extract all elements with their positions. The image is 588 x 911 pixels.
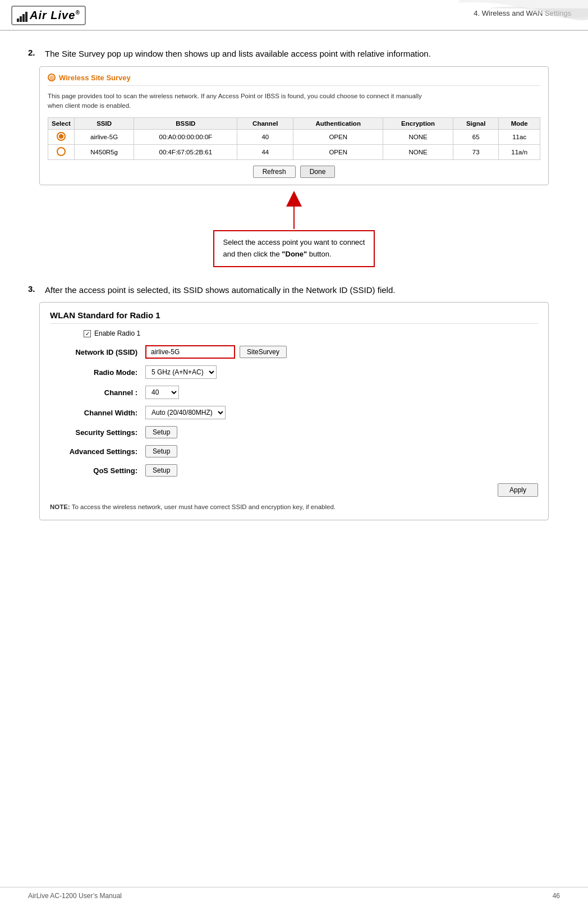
popup-buttons: Refresh Done xyxy=(48,166,540,178)
network-id-value: SiteSurvey xyxy=(145,345,287,359)
apply-row: Apply xyxy=(50,483,538,497)
row1-bssid: 00:A0:00:00:00:0F xyxy=(134,130,237,145)
qos-label: QoS Setting: xyxy=(50,466,145,475)
channel-width-value: Auto (20/40/80MHZ) xyxy=(145,406,226,419)
row1-mode: 11ac xyxy=(499,130,540,145)
wlan-form-container: WLAN Standard for Radio 1 ✓ Enable Radio… xyxy=(39,302,549,520)
popup-title: ◎ Wireless Site Survey xyxy=(48,74,540,86)
refresh-button[interactable]: Refresh xyxy=(253,166,296,178)
row2-enc: NONE xyxy=(383,145,453,160)
radio-mode-row: Radio Mode: 5 GHz (A+N+AC) xyxy=(50,365,538,379)
row1-signal: 65 xyxy=(453,130,499,145)
step3-block: 3. After the access point is selected, i… xyxy=(28,284,560,521)
channel-value: 40 xyxy=(145,386,179,399)
table-row: N450R5g 00:4F:67:05:2B:61 44 OPEN NONE 7… xyxy=(48,145,540,160)
arrow-line xyxy=(293,207,295,229)
row1-auth: OPEN xyxy=(293,130,383,145)
table-row: airlive-5G 00:A0:00:00:00:0F 40 OPEN NON… xyxy=(48,130,540,145)
row1-select[interactable] xyxy=(48,130,75,145)
wireless-site-survey-popup: ◎ Wireless Site Survey This page provide… xyxy=(39,66,549,186)
step3-text: After the access point is selected, its … xyxy=(45,284,395,297)
advanced-setup-button[interactable]: Setup xyxy=(145,445,177,457)
logo-area: Air Live® xyxy=(11,6,86,25)
col-auth: Authentication xyxy=(293,118,383,130)
done-button[interactable]: Done xyxy=(300,166,336,178)
row2-channel: 44 xyxy=(237,145,293,160)
advanced-settings-row: Advanced Settings: Setup xyxy=(50,445,538,457)
col-bssid: BSSID xyxy=(134,118,237,130)
annotation-line1: Select the access point you want to conn… xyxy=(223,238,365,246)
row1-channel: 40 xyxy=(237,130,293,145)
ssid-input[interactable] xyxy=(145,345,235,359)
logo-box: Air Live® xyxy=(11,6,86,25)
radio-mode-value: 5 GHz (A+N+AC) xyxy=(145,365,217,379)
step2-block: 2. The Site Survey pop up window then sh… xyxy=(28,48,560,267)
channel-label: Channel : xyxy=(50,388,145,397)
step2-line: 2. The Site Survey pop up window then sh… xyxy=(28,48,560,61)
footer-left: AirLive AC-1200 User’s Manual xyxy=(28,892,122,900)
security-settings-label: Security Settings: xyxy=(50,428,145,437)
enable-radio-row: ✓ Enable Radio 1 xyxy=(50,329,538,337)
row2-auth: OPEN xyxy=(293,145,383,160)
network-id-label: Network ID (SSID) xyxy=(50,348,145,356)
logo-text: Air Live® xyxy=(30,9,80,22)
step3-line: 3. After the access point is selected, i… xyxy=(28,284,560,297)
channel-width-label: Channel Width: xyxy=(50,409,145,417)
main-content: 2. The Site Survey pop up window then sh… xyxy=(0,31,588,548)
col-enc: Encryption xyxy=(383,118,453,130)
channel-width-row: Channel Width: Auto (20/40/80MHZ) xyxy=(50,406,538,419)
annotation-arrow xyxy=(286,191,302,229)
radio-selected[interactable] xyxy=(57,132,66,141)
apply-button[interactable]: Apply xyxy=(498,483,538,497)
qos-value: Setup xyxy=(145,464,177,477)
site-survey-button[interactable]: SiteSurvey xyxy=(240,346,287,358)
security-setup-button[interactable]: Setup xyxy=(145,426,177,438)
col-ssid: SSID xyxy=(74,118,134,130)
step2-number: 2. xyxy=(28,48,45,57)
page-footer: AirLive AC-1200 User’s Manual 46 xyxy=(0,887,588,900)
enable-radio-label: Enable Radio 1 xyxy=(94,329,140,337)
note-text: NOTE: To access the wireless network, us… xyxy=(50,502,538,512)
security-settings-row: Security Settings: Setup xyxy=(50,426,538,438)
annotation-line2: and then click the "Done" button. xyxy=(223,250,332,258)
advanced-settings-value: Setup xyxy=(145,445,177,457)
radio-mode-select[interactable]: 5 GHz (A+N+AC) xyxy=(145,365,217,379)
row1-ssid: airlive-5G xyxy=(74,130,134,145)
qos-setup-button[interactable]: Setup xyxy=(145,464,177,477)
col-signal: Signal xyxy=(453,118,499,130)
row2-ssid: N450R5g xyxy=(74,145,134,160)
row2-select[interactable] xyxy=(48,145,75,160)
annotation-tooltip: Select the access point you want to conn… xyxy=(213,230,375,267)
radio-mode-label: Radio Mode: xyxy=(50,368,145,377)
wlan-title: WLAN Standard for Radio 1 xyxy=(50,310,538,324)
page-header: Air Live® 4. Wireless and WAN Settings xyxy=(0,0,588,31)
channel-select[interactable]: 40 xyxy=(145,386,179,399)
popup-description: This page provides tool to scan the wire… xyxy=(48,91,540,111)
row2-mode: 11a/n xyxy=(499,145,540,160)
channel-row: Channel : 40 xyxy=(50,386,538,399)
footer-page-number: 46 xyxy=(553,892,560,900)
row2-signal: 73 xyxy=(453,145,499,160)
security-settings-value: Setup xyxy=(145,426,177,438)
advanced-settings-label: Advanced Settings: xyxy=(50,447,145,456)
radio-unselected[interactable] xyxy=(57,147,66,156)
header-decoration xyxy=(375,0,588,36)
survey-table: Select SSID BSSID Channel Authentication… xyxy=(48,117,540,160)
col-select: Select xyxy=(48,118,75,130)
network-id-row: Network ID (SSID) SiteSurvey xyxy=(50,345,538,359)
col-channel: Channel xyxy=(237,118,293,130)
step3-number: 3. xyxy=(28,284,45,294)
channel-width-select[interactable]: Auto (20/40/80MHZ) xyxy=(145,406,226,419)
row2-bssid: 00:4F:67:05:2B:61 xyxy=(134,145,237,160)
arrow-head-icon xyxy=(286,191,302,207)
qos-setting-row: QoS Setting: Setup xyxy=(50,464,538,477)
step2-text: The Site Survey pop up window then shows… xyxy=(45,48,431,61)
col-mode: Mode xyxy=(499,118,540,130)
popup-title-icon: ◎ xyxy=(48,74,56,81)
logo-signal-icon xyxy=(17,10,27,22)
row1-enc: NONE xyxy=(383,130,453,145)
enable-radio-checkbox[interactable]: ✓ xyxy=(84,330,91,337)
popup-title-text: Wireless Site Survey xyxy=(59,74,131,82)
